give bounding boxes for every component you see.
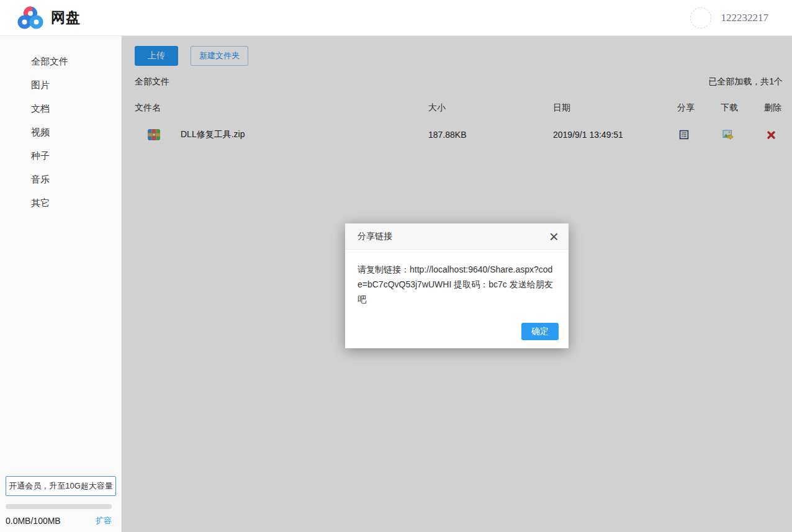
main-content: 上传 新建文件夹 全部文件 已全部加载，共1个 文件名 大小 日期 分享 下载 … [122,36,792,532]
sidebar-item-all-files[interactable]: 全部文件 [0,50,121,73]
share-link-modal: 分享链接 × 请复制链接：http://localhost:9640/Share… [345,223,569,348]
app-header: 网盘 122232217 [0,0,792,36]
brand: 网盘 [16,4,81,32]
sidebar-nav: 全部文件 图片 文档 视频 种子 音乐 其它 [0,36,121,215]
share-link-text: 请复制链接：http://localhost:9640/Share.aspx?c… [345,250,569,307]
confirm-button[interactable]: 确定 [521,323,559,340]
sidebar-item-other[interactable]: 其它 [0,191,121,215]
app-title: 网盘 [51,8,81,27]
sidebar-storage-panel: 开通会员，升至10G超大容量 0.0MB/100MB 扩容 [6,476,116,526]
sidebar-item-images[interactable]: 图片 [0,73,121,97]
vip-upgrade-button[interactable]: 开通会员，升至10G超大容量 [6,476,116,496]
expand-storage-link[interactable]: 扩容 [96,515,112,526]
close-icon[interactable]: × [549,230,559,243]
sidebar-item-music[interactable]: 音乐 [0,168,121,191]
app-logo-icon [16,4,45,32]
user-area: 122232217 [690,7,769,29]
modal-header: 分享链接 × [345,223,569,250]
modal-footer: 确定 [345,307,569,348]
avatar[interactable] [690,7,711,29]
username: 122232217 [721,12,769,24]
sidebar: 全部文件 图片 文档 视频 种子 音乐 其它 开通会员，升至10G超大容量 0.… [0,36,122,532]
storage-progress-bar [6,504,112,509]
sidebar-item-documents[interactable]: 文档 [0,97,121,120]
storage-usage-text: 0.0MB/100MB [6,516,61,526]
modal-title: 分享链接 [358,231,392,242]
sidebar-item-videos[interactable]: 视频 [0,120,121,144]
sidebar-item-torrents[interactable]: 种子 [0,144,121,168]
